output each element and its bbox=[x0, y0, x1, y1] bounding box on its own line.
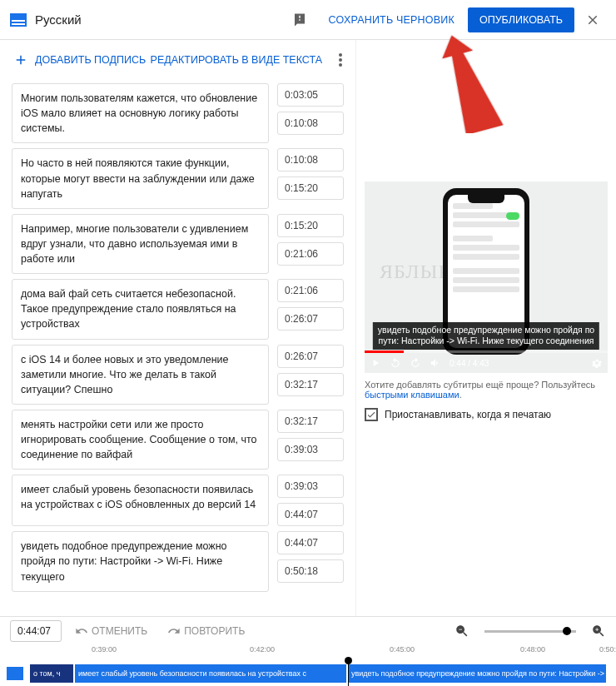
caption-start-time[interactable]: 0:10:08 bbox=[277, 148, 344, 172]
svg-point-3 bbox=[339, 63, 342, 67]
caption-text[interactable]: Например, многие пользователи с удивлени… bbox=[12, 214, 269, 274]
caption-row: Многим пользователям кажется, что обновл… bbox=[12, 83, 344, 143]
caption-overlay: увидеть подобное предупреждение можно пр… bbox=[373, 322, 599, 350]
caption-row: увидеть подобное предупреждение можно пр… bbox=[12, 531, 344, 591]
watermark: ЯБЛЫК bbox=[380, 261, 452, 283]
timeline-segment[interactable]: о том, ч bbox=[30, 664, 75, 683]
video-controls: 0:44 / 4:43 bbox=[365, 353, 608, 373]
caption-end-time[interactable]: 0:50:18 bbox=[277, 559, 344, 583]
caption-end-time[interactable]: 0:21:06 bbox=[277, 242, 344, 266]
annotation-arrow bbox=[416, 33, 508, 133]
caption-end-time[interactable]: 0:44:07 bbox=[277, 503, 344, 526]
caption-row: менять настройки сети или же просто игно… bbox=[12, 410, 344, 470]
timeline-segment[interactable]: увидеть подобное предупреждение можно пр… bbox=[348, 664, 608, 683]
caption-row: Например, многие пользователи с удивлени… bbox=[12, 214, 344, 274]
caption-end-time[interactable]: 0:32:17 bbox=[277, 373, 344, 396]
timeline-tick: 0:39:00 bbox=[92, 645, 117, 654]
subtitle-track-icon bbox=[7, 667, 23, 680]
caption-end-time[interactable]: 0:26:07 bbox=[277, 307, 344, 331]
caption-start-time[interactable]: 0:21:06 bbox=[277, 279, 344, 302]
timeline-segment[interactable]: имеет слабый уровень безопасности появил… bbox=[75, 664, 348, 683]
svg-point-2 bbox=[339, 58, 342, 62]
timeline-tick: 0:42:00 bbox=[250, 645, 275, 654]
zoom-slider[interactable] bbox=[484, 630, 576, 633]
zoom-out-icon[interactable] bbox=[455, 624, 469, 639]
save-draft-button[interactable]: сохранить черновик bbox=[319, 7, 464, 32]
forward-icon[interactable] bbox=[410, 357, 421, 369]
caption-end-time[interactable]: 0:39:03 bbox=[277, 438, 344, 461]
caption-start-time[interactable]: 0:44:07 bbox=[277, 531, 344, 554]
more-menu-button[interactable] bbox=[330, 50, 350, 70]
caption-end-time[interactable]: 0:10:08 bbox=[277, 112, 344, 135]
svg-marker-0 bbox=[437, 33, 503, 133]
caption-text[interactable]: Но часто в ней появляются такие функции,… bbox=[12, 148, 269, 208]
caption-text[interactable]: увидеть подобное предупреждение можно пр… bbox=[12, 531, 269, 591]
caption-text[interactable]: имеет слабый уровень безопасности появил… bbox=[12, 475, 269, 526]
playhead[interactable] bbox=[348, 660, 349, 686]
caption-row: дома вай фай сеть считается небезопасной… bbox=[12, 279, 344, 339]
settings-icon[interactable] bbox=[591, 357, 603, 369]
svg-point-1 bbox=[339, 53, 342, 57]
pause-typing-checkbox[interactable] bbox=[365, 408, 378, 421]
timeline-tick: 0:45:00 bbox=[390, 645, 415, 654]
caption-text[interactable]: дома вай фай сеть считается небезопасной… bbox=[12, 279, 269, 339]
language-title: Русский bbox=[35, 12, 82, 27]
timeline-track[interactable]: о том, ч имеет слабый уровень безопаснос… bbox=[0, 660, 616, 686]
caption-row: с iOS 14 и более новых и это уведомление… bbox=[12, 345, 344, 405]
pause-typing-label: Приостанавливать, когда я печатаю bbox=[385, 409, 551, 420]
language-icon bbox=[10, 13, 27, 27]
timeline-tick: 0:48:00 bbox=[520, 645, 545, 654]
caption-editor-pane: добавить подпись редактировать в виде те… bbox=[0, 40, 356, 616]
caption-start-time[interactable]: 0:32:17 bbox=[277, 410, 344, 433]
publish-button[interactable]: опубликовать bbox=[468, 7, 574, 32]
volume-icon[interactable] bbox=[430, 357, 441, 369]
caption-text[interactable]: менять настройки сети или же просто игно… bbox=[12, 410, 269, 470]
zoom-in-icon[interactable] bbox=[591, 624, 606, 639]
caption-text[interactable]: Многим пользователям кажется, что обновл… bbox=[12, 83, 269, 143]
add-caption-button[interactable]: добавить подпись bbox=[13, 52, 146, 67]
caption-end-time[interactable]: 0:15:20 bbox=[277, 176, 344, 200]
caption-start-time[interactable]: 0:39:03 bbox=[277, 475, 344, 498]
play-icon[interactable] bbox=[370, 357, 381, 369]
shortcut-hint: Хотите добавлять субтитры ещё проще? Пол… bbox=[365, 380, 608, 400]
caption-text[interactable]: с iOS 14 и более новых и это уведомление… bbox=[12, 345, 269, 405]
undo-button[interactable]: Отменить bbox=[68, 624, 154, 638]
video-time: 0:44 / 4:43 bbox=[450, 359, 489, 368]
edit-as-text-button[interactable]: редактировать в виде текста bbox=[151, 54, 330, 66]
caption-start-time[interactable]: 0:26:07 bbox=[277, 345, 344, 368]
timeline: 0:44:07 Отменить Повторить 0:39:000:42:0… bbox=[0, 616, 616, 686]
caption-row: Но часто в ней появляются такие функции,… bbox=[12, 148, 344, 208]
caption-start-time[interactable]: 0:15:20 bbox=[277, 214, 344, 237]
caption-row: имеет слабый уровень безопасности появил… bbox=[12, 475, 344, 526]
timeline-current-time[interactable]: 0:44:07 bbox=[10, 620, 62, 642]
shortcut-link[interactable]: быстрыми клавишами bbox=[365, 390, 460, 400]
timeline-tick: 0:50:00 bbox=[599, 645, 616, 654]
caption-start-time[interactable]: 0:03:05 bbox=[277, 83, 344, 107]
redo-button[interactable]: Повторить bbox=[161, 624, 251, 638]
video-preview[interactable]: ЯБЛЫК увидеть подобное предупреждение bbox=[365, 181, 608, 373]
report-icon[interactable] bbox=[292, 12, 307, 27]
rewind-icon[interactable] bbox=[390, 357, 401, 369]
close-button[interactable] bbox=[579, 7, 606, 33]
